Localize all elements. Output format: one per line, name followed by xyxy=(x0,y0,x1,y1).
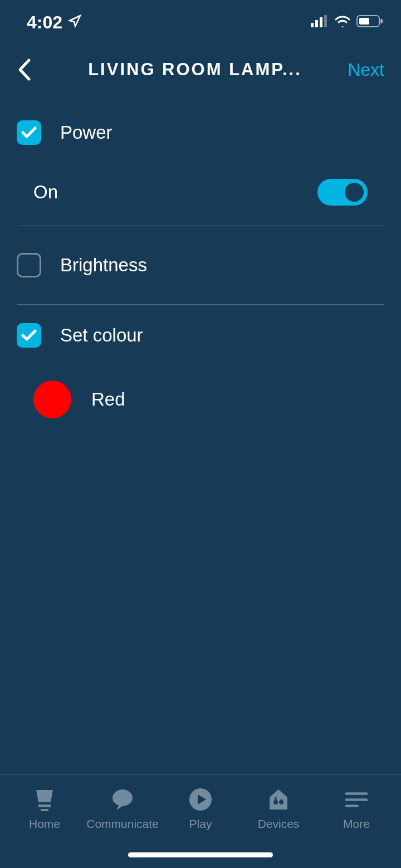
check-icon xyxy=(21,329,37,342)
play-icon xyxy=(188,787,213,812)
power-row[interactable]: Power xyxy=(17,106,384,159)
svg-rect-17 xyxy=(345,804,359,807)
power-on-label: On xyxy=(33,182,58,203)
set-colour-checkbox[interactable] xyxy=(17,323,41,348)
power-label: Power xyxy=(60,122,113,143)
svg-point-9 xyxy=(113,789,133,806)
svg-rect-8 xyxy=(41,809,48,811)
svg-rect-6 xyxy=(380,19,383,23)
nav-more[interactable]: More xyxy=(317,787,395,831)
home-indicator[interactable] xyxy=(128,852,273,857)
back-button[interactable] xyxy=(17,58,50,81)
set-colour-row[interactable]: Set colour xyxy=(17,305,384,358)
svg-rect-1 xyxy=(315,20,318,27)
svg-rect-5 xyxy=(359,18,369,25)
status-bar: 4:02 xyxy=(0,0,401,45)
page-title: LIVING ROOM LAMP... xyxy=(50,60,340,80)
cellular-icon xyxy=(311,15,329,30)
battery-icon xyxy=(356,15,383,30)
power-on-row: On xyxy=(0,159,401,226)
location-icon xyxy=(68,14,81,30)
nav-devices-label: Devices xyxy=(258,817,300,831)
nav-communicate-label: Communicate xyxy=(86,817,159,831)
nav-home-label: Home xyxy=(29,817,60,831)
content: Power On Brightness Set colour Red xyxy=(0,95,401,774)
colour-swatch xyxy=(33,381,71,418)
more-icon xyxy=(344,787,369,812)
home-icon xyxy=(32,787,57,812)
svg-rect-0 xyxy=(311,23,314,27)
nav-play-label: Play xyxy=(189,817,212,831)
power-toggle[interactable] xyxy=(317,179,368,206)
brightness-row[interactable]: Brightness xyxy=(17,226,384,304)
colour-value-row[interactable]: Red xyxy=(0,358,401,425)
bottom-nav: Home Communicate Play xyxy=(0,774,401,852)
brightness-label: Brightness xyxy=(60,255,147,276)
status-time: 4:02 xyxy=(27,12,62,33)
header: LIVING ROOM LAMP... Next xyxy=(0,45,401,95)
nav-communicate[interactable]: Communicate xyxy=(84,787,162,831)
nav-play[interactable]: Play xyxy=(162,787,239,831)
svg-rect-2 xyxy=(320,17,322,27)
wifi-icon xyxy=(334,15,351,30)
svg-rect-16 xyxy=(345,798,368,801)
nav-home[interactable]: Home xyxy=(6,787,84,831)
colour-name: Red xyxy=(91,389,125,410)
power-checkbox[interactable] xyxy=(17,120,41,145)
set-colour-label: Set colour xyxy=(60,325,143,346)
chevron-left-icon xyxy=(17,58,31,81)
nav-more-label: More xyxy=(343,817,370,831)
nav-devices[interactable]: Devices xyxy=(239,787,317,831)
brightness-checkbox[interactable] xyxy=(17,253,41,277)
communicate-icon xyxy=(110,787,135,812)
svg-rect-12 xyxy=(275,797,277,801)
svg-rect-7 xyxy=(38,804,51,807)
next-button[interactable]: Next xyxy=(340,60,384,80)
devices-icon xyxy=(266,787,291,812)
svg-rect-3 xyxy=(324,15,327,27)
svg-rect-15 xyxy=(345,792,368,795)
svg-rect-14 xyxy=(281,799,282,802)
home-indicator-area xyxy=(0,852,401,868)
check-icon xyxy=(21,126,37,139)
power-toggle-knob xyxy=(345,183,364,202)
